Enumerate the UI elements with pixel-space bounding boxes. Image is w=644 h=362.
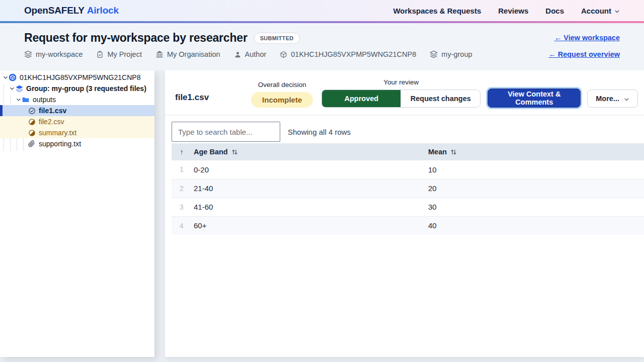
meta-workspace-label: my-workspace [36,50,83,58]
chevron-down-icon [624,96,629,102]
your-review-label: Your review [383,78,419,86]
file-view-panel: file1.csv Overall decision Incomplete Yo… [165,70,644,357]
row-number: 4 [172,216,192,235]
meta-project: My Project [96,50,142,58]
cell-age-band: 41-60 [192,198,426,216]
chevron-down-icon [15,97,22,102]
file-tree: 01KHC1HJG85VXPMP5WNG21CNP8 Group: my-gro… [0,72,154,149]
meta-group: my-group [430,50,472,58]
bank-icon [155,50,164,58]
cell-mean: 40 [426,216,644,235]
tree-node-outputs-folder[interactable]: outputs [0,94,154,105]
cell-age-band: 21-40 [192,179,426,198]
file-title: file1.csv [175,93,209,103]
meta-request-id: 01KHC1HJG85VXPMP5WNG21CNP8 [280,50,416,58]
table-header-row: ↑ Age Band Mean [172,143,644,160]
meta-request-id-label: 01KHC1HJG85VXPMP5WNG21CNP8 [291,50,416,58]
tree-file-label: supporting.txt [39,140,81,148]
table-row: 2 21-40 20 [172,179,644,198]
chevron-down-icon [2,75,9,80]
pending-review-icon [28,118,36,126]
account-menu-button[interactable]: Account [581,7,620,15]
meta-author: Author [234,50,267,58]
chevron-down-icon [614,8,620,14]
layers-icon [15,84,23,93]
tree-root-label: 01KHC1HJG85VXPMP5WNG21CNP8 [20,73,140,81]
check-circle-icon [28,107,36,115]
approve-button[interactable]: Approved [322,90,400,107]
column-label: Mean [428,148,447,156]
request-header: Request for my-workspace by researcher S… [0,23,644,70]
cube-icon [9,73,17,81]
request-overview-link[interactable]: ← Request overview [548,50,620,58]
cell-age-band: 0-20 [192,160,426,179]
decision-incomplete-badge: Incomplete [251,92,313,108]
rows-status: Showing all 4 rows [288,128,351,136]
layers-icon [24,50,32,58]
logo-airlock: Airlock [87,5,119,16]
nav-workspaces-requests[interactable]: Workspaces & Requests [393,7,481,15]
table-toolbar: Showing all 4 rows [165,115,644,142]
folder-icon [22,96,30,104]
file-review-toolbar: file1.csv Overall decision Incomplete Yo… [165,70,644,115]
tree-group-label: Group: my-group (3 requested files) [26,84,146,93]
user-icon [234,51,242,58]
table-row: 1 0-20 10 [172,160,644,179]
meta-workspace: my-workspace [24,50,83,58]
clipboard-icon [96,51,104,58]
meta-group-label: my-group [441,50,472,58]
account-label: Account [581,7,611,15]
meta-organisation: My Organisation [155,50,220,58]
sort-arrows-icon [450,149,457,155]
nav-reviews[interactable]: Reviews [498,7,528,15]
tree-folder-label: outputs [33,96,56,104]
tree-file-file1[interactable]: file1.csv [0,105,154,116]
cell-mean: 20 [426,179,644,198]
cell-mean: 10 [426,160,644,179]
file-tree-sidebar: 01KHC1HJG85VXPMP5WNG21CNP8 Group: my-gro… [0,70,154,357]
review-button-group: Approved Request changes [321,89,480,108]
view-context-comments-button[interactable]: View Context & Comments [488,88,581,108]
overall-decision-label: Overall decision [258,81,306,88]
tree-node-request-id[interactable]: 01KHC1HJG85VXPMP5WNG21CNP8 [0,72,154,83]
tree-file-summary[interactable]: summary.txt [0,127,154,138]
table-row: 3 41-60 30 [172,198,644,216]
overall-decision-group: Overall decision Incomplete [251,81,313,108]
view-workspace-link[interactable]: ← View workspace [554,34,620,42]
request-changes-button[interactable]: Request changes [400,90,480,107]
table-row: 4 60+ 40 [172,216,644,235]
chevron-down-icon [9,86,15,91]
cube-icon [280,51,287,58]
more-label: More... [596,95,619,103]
paperclip-icon [28,140,36,148]
app-logo[interactable]: OpenSAFELYAirlock [24,5,119,16]
meta-project-label: My Project [107,50,142,58]
table-search-input[interactable] [172,122,280,142]
layers-icon [430,50,438,58]
column-label: Age Band [194,148,228,156]
nav-docs[interactable]: Docs [545,7,564,15]
cell-mean: 30 [426,198,644,216]
tree-node-group[interactable]: Group: my-group (3 requested files) [0,83,154,94]
tree-file-label: file1.csv [39,107,66,115]
meta-organisation-label: My Organisation [167,50,220,58]
your-review-group: Your review Approved Request changes [321,78,480,108]
column-header-age-band[interactable]: Age Band [192,143,426,160]
tree-file-supporting[interactable]: supporting.txt [0,138,154,149]
app-navbar: OpenSAFELYAirlock Workspaces & Requests … [0,0,644,23]
row-index-sort-header[interactable]: ↑ [172,143,192,160]
data-table: ↑ Age Band Mean [172,143,644,235]
logo-opensafely: OpenSAFELY [24,5,85,16]
column-header-mean[interactable]: Mean [426,143,644,160]
page-title: Request for my-workspace by researcher [24,31,248,45]
pending-review-icon [28,129,36,137]
request-meta: my-workspace My Project My Organisation … [24,50,472,58]
tree-file-file2[interactable]: file2.csv [0,116,154,127]
row-number: 3 [172,198,192,216]
tree-file-label: summary.txt [39,129,76,137]
row-number: 1 [172,160,192,179]
tree-file-label: file2.csv [39,118,64,126]
more-actions-button[interactable]: More... [587,89,638,108]
status-badge: SUBMITTED [254,33,300,44]
row-number: 2 [172,179,192,198]
